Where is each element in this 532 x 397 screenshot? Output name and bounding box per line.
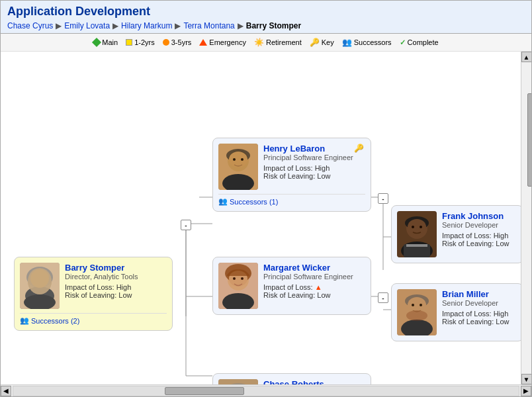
frank-face-svg: [397, 211, 437, 257]
card-henry[interactable]: 🔑: [212, 138, 371, 212]
henry-face-svg: [218, 144, 258, 190]
svg-point-56: [406, 310, 427, 321]
canvas[interactable]: Barry Stomper Director, Analytic Tools I…: [1, 52, 521, 384]
legend-emergency: Emergency: [199, 38, 246, 46]
barry-name[interactable]: Barry Stomper: [65, 263, 138, 273]
svg-point-44: [408, 219, 426, 235]
margaret-name[interactable]: Margaret Wicker: [263, 263, 353, 273]
brian-name[interactable]: Brian Miller: [442, 289, 510, 299]
barry-info: Barry Stomper Director, Analytic Tools I…: [65, 263, 138, 309]
henry-info: Henry LeBaron Principal Software Enginee…: [263, 144, 353, 190]
key-icon: 🔑: [310, 38, 320, 47]
svg-point-55: [420, 304, 422, 306]
margaret-impact-text: Impact of Loss:: [263, 283, 313, 291]
breadcrumb-arrow-1: ▶: [56, 21, 62, 30]
barry-successors-icon: 👥: [20, 316, 29, 325]
bottom-scrollbar-bar: ◀ ▶: [1, 384, 531, 396]
expand-btn-henry-right[interactable]: -: [378, 193, 388, 204]
margaret-photo: [218, 263, 258, 309]
brian-impact: Impact of Loss: High: [442, 310, 510, 318]
breadcrumb-item-5: Barry Stomper: [246, 21, 301, 30]
svg-point-32: [241, 277, 244, 280]
successors-icon: 👥: [342, 38, 352, 47]
card-chase-inner: Chase Roberts Principal Software Enginee…: [218, 379, 365, 384]
frank-info: Frank Johnson Senior Developer Impact of…: [442, 211, 510, 257]
henry-successors-link[interactable]: 👥 Successors (1): [218, 197, 365, 206]
card-brian[interactable]: Brian Miller Senior Developer Impact of …: [391, 283, 521, 341]
breadcrumb-arrow-4: ▶: [238, 21, 244, 30]
barry-successors-label[interactable]: Successors (2): [31, 317, 79, 325]
brian-risk: Risk of Leaving: Low: [442, 318, 510, 326]
header: Application Development Chase Cyrus ▶ Em…: [1, 1, 531, 34]
main-content: Barry Stomper Director, Analytic Tools I…: [1, 52, 531, 384]
scroll-left-button[interactable]: ◀: [1, 386, 11, 396]
breadcrumb-item-2[interactable]: Emily Lovata: [64, 21, 110, 30]
barry-footer: 👥 Successors (2): [20, 313, 167, 325]
henry-name[interactable]: Henry LeBaron: [263, 144, 353, 154]
henry-successors-label[interactable]: Successors (1): [230, 198, 278, 206]
legend-main: Main: [93, 38, 118, 46]
expand-btn-margaret-right[interactable]: -: [378, 292, 388, 303]
horizontal-scroll-thumb[interactable]: [165, 387, 244, 395]
circle-orange-icon: [163, 39, 169, 46]
diamond-icon: [92, 38, 101, 47]
henry-successors-icon: 👥: [218, 197, 228, 206]
breadcrumb-arrow-2: ▶: [112, 21, 118, 30]
svg-point-23: [229, 152, 247, 167]
svg-point-31: [233, 277, 236, 280]
legend-3-5yrs: 3-5yrs: [163, 38, 192, 46]
vertical-scroll-thumb[interactable]: [527, 93, 532, 187]
barry-successors-link[interactable]: 👥 Successors (2): [20, 316, 167, 325]
margaret-job-title: Principal Software Engineer: [263, 273, 353, 281]
card-brian-inner: Brian Miller Senior Developer Impact of …: [397, 289, 517, 335]
expand-btn-barry-henry[interactable]: -: [181, 220, 191, 230]
breadcrumb-arrow-3: ▶: [175, 21, 181, 30]
legend-key: 🔑 Key: [310, 38, 334, 47]
scroll-up-button[interactable]: ▲: [521, 52, 532, 62]
henry-impact: Impact of Loss: High: [263, 164, 353, 172]
card-frank[interactable]: Frank Johnson Senior Developer Impact of…: [391, 205, 521, 263]
henry-footer: 👥 Successors (1): [218, 194, 365, 206]
org-area: Barry Stomper Director, Analytic Tools I…: [7, 58, 510, 384]
frank-name[interactable]: Frank Johnson: [442, 211, 510, 221]
legend-successors: 👥 Successors: [342, 38, 392, 47]
frank-photo: [397, 211, 437, 257]
frank-job-title: Senior Developer: [442, 221, 510, 229]
barry-impact: Impact of Loss: High: [65, 283, 138, 291]
brian-face-svg: [397, 289, 437, 335]
card-barry[interactable]: Barry Stomper Director, Analytic Tools I…: [14, 257, 173, 331]
chase-face-svg: [218, 379, 258, 384]
svg-point-25: [241, 158, 244, 161]
breadcrumb-item-1[interactable]: Chase Cyrus: [7, 21, 53, 30]
page-title: Application Development: [7, 5, 525, 19]
henry-photo: [218, 144, 258, 190]
svg-point-46: [420, 226, 422, 228]
card-chase[interactable]: Chase Roberts Principal Software Enginee…: [212, 373, 371, 384]
margaret-info: Margaret Wicker Principal Software Engin…: [263, 263, 353, 309]
chase-name[interactable]: Chase Roberts: [263, 379, 353, 384]
svg-point-45: [412, 226, 414, 228]
vertical-scrollbar[interactable]: ▲ ▼: [521, 52, 531, 384]
brian-photo: [397, 289, 437, 335]
scroll-down-button[interactable]: ▼: [521, 374, 532, 384]
henry-risk: Risk of Leaving: Low: [263, 172, 353, 180]
frank-impact: Impact of Loss: High: [442, 232, 510, 240]
app-container: Application Development Chase Cyrus ▶ Em…: [0, 0, 532, 397]
breadcrumb-item-3[interactable]: Hilary Markum: [121, 21, 172, 30]
breadcrumb-item-4[interactable]: Terra Montana: [183, 21, 234, 30]
legend-1-2yrs: 1-2yrs: [126, 38, 155, 46]
scroll-right-button[interactable]: ▶: [521, 386, 531, 396]
svg-point-24: [233, 158, 236, 161]
margaret-face-svg: [218, 263, 258, 309]
breadcrumb: Chase Cyrus ▶ Emily Lovata ▶ Hilary Mark…: [7, 21, 525, 30]
legend-retirement: ☀️ Retirement: [254, 38, 302, 47]
barry-face-svg: [20, 263, 60, 309]
legend-key-label: Key: [322, 38, 334, 46]
frank-risk: Risk of Leaving: Low: [442, 240, 510, 247]
checkmark-icon: ✓: [400, 38, 406, 47]
margaret-risk: Risk of Leaving: Low: [263, 291, 353, 299]
horizontal-scrollbar[interactable]: [13, 386, 519, 396]
henry-job-title: Principal Software Engineer: [263, 154, 353, 161]
card-margaret[interactable]: Margaret Wicker Principal Software Engin…: [212, 257, 371, 315]
barry-photo: [20, 263, 60, 309]
